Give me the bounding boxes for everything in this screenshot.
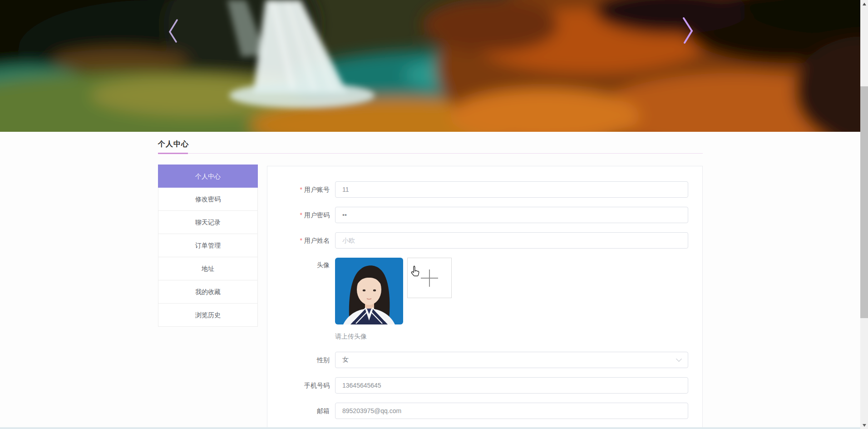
avatar-upload-hint: 请上传头像 [335, 333, 452, 341]
account-label: *用户账号 [267, 181, 335, 198]
gender-row: 性别 女 [267, 352, 702, 368]
email-row: 邮箱 [267, 403, 702, 419]
required-mark: * [300, 186, 302, 193]
gender-label: 性别 [267, 352, 335, 368]
scrollbar-up-arrow[interactable] [860, 0, 868, 8]
sidebar-item-chat-history[interactable]: 聊天记录 [158, 211, 258, 234]
name-row: *用户姓名 [267, 232, 702, 249]
sidebar-item-personal-center[interactable]: 个人中心 [158, 165, 258, 188]
name-input[interactable] [335, 232, 688, 249]
scrollbar-thumb[interactable] [860, 86, 868, 318]
password-row: *用户密码 [267, 207, 702, 223]
avatar-portrait [335, 258, 403, 324]
profile-form-panel: *用户账号 *用户密码 *用户姓名 头像 [267, 166, 703, 429]
required-mark: * [300, 237, 302, 244]
carousel-prev-button[interactable] [163, 14, 184, 46]
triangle-up-icon [863, 3, 866, 5]
chevron-down-icon [676, 356, 682, 362]
sidebar-item-change-password[interactable]: 修改密码 [158, 188, 258, 211]
sidebar-menu: 个人中心 修改密码 聊天记录 订单管理 地址 我的收藏 浏览历史 [158, 165, 258, 327]
name-label: *用户姓名 [267, 232, 335, 249]
triangle-down-icon [863, 424, 866, 427]
required-mark: * [300, 211, 302, 219]
title-underline [158, 153, 703, 154]
carousel-next-button[interactable] [677, 14, 698, 46]
carousel-banner [0, 0, 868, 132]
chevron-left-icon [163, 14, 184, 46]
sidebar-item-my-favorites[interactable]: 我的收藏 [158, 280, 258, 304]
scrollbar-down-arrow[interactable] [860, 421, 868, 429]
vertical-scrollbar[interactable] [860, 0, 868, 429]
sidebar-item-browse-history[interactable]: 浏览历史 [158, 304, 258, 327]
page-title: 个人中心 [158, 140, 189, 149]
avatar-row: 头像 [267, 258, 702, 341]
gender-select-value: 女 [342, 356, 349, 364]
personal-center-page: 个人中心 个人中心 修改密码 聊天记录 订单管理 地址 我的收藏 浏览历史 *用… [0, 0, 868, 429]
phone-input[interactable] [335, 377, 688, 394]
gender-select[interactable]: 女 [335, 352, 688, 368]
phone-row: 手机号码 [267, 377, 702, 394]
email-label: 邮箱 [267, 403, 335, 419]
footer-strip [0, 427, 860, 429]
email-input[interactable] [335, 403, 688, 419]
banner-waterfall-image [0, 0, 868, 132]
account-row: *用户账号 [267, 181, 702, 198]
phone-label: 手机号码 [267, 377, 335, 394]
avatar-label: 头像 [267, 258, 335, 341]
password-label: *用户密码 [267, 207, 335, 223]
avatar-image[interactable] [335, 258, 403, 324]
chevron-right-icon [677, 14, 698, 46]
plus-icon [421, 269, 438, 287]
sidebar-item-order-management[interactable]: 订单管理 [158, 234, 258, 257]
sidebar-item-address[interactable]: 地址 [158, 257, 258, 280]
password-input[interactable] [335, 207, 688, 223]
account-input[interactable] [335, 181, 688, 198]
avatar-upload-button[interactable] [407, 258, 452, 298]
